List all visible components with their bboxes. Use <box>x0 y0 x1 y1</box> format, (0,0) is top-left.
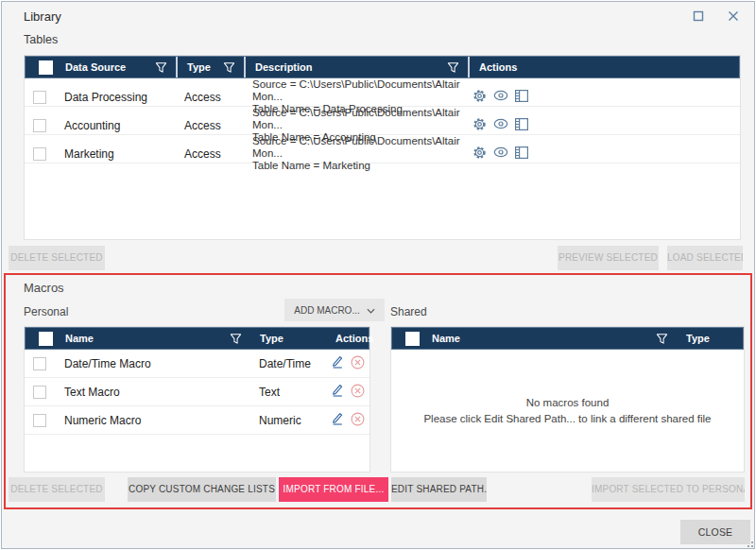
column-header-name: Name <box>422 328 677 349</box>
filter-icon[interactable] <box>155 61 167 74</box>
description-cell: Source = C:\Users\Public\Documents\Altai… <box>243 135 467 172</box>
gear-icon[interactable] <box>472 146 487 163</box>
select-all-tables-checkbox[interactable] <box>26 57 56 77</box>
chevron-down-icon <box>367 305 375 316</box>
tables-table: Data Source Type Description Actions <box>24 55 741 240</box>
library-dialog: Library Tables Data Source Type <box>1 1 755 549</box>
description-line-1: Source = C:\Users\Public\Documents\Altai… <box>252 107 467 131</box>
macro-row[interactable]: Date/Time Macro Date/Time <box>25 350 369 378</box>
description-line-1: Source = C:\Users\Public\Documents\Altai… <box>252 78 467 103</box>
delete-macro-icon[interactable] <box>351 412 365 429</box>
window-title: Library <box>24 9 61 24</box>
pencil-edit-icon[interactable] <box>331 355 344 371</box>
column-header-data-source: Data Source <box>56 57 176 77</box>
row-checkbox[interactable] <box>25 357 55 370</box>
row-actions <box>467 146 740 163</box>
macro-row[interactable]: Text Macro Text <box>25 378 369 406</box>
column-header-type: Type <box>250 328 326 349</box>
maximize-icon <box>693 9 704 26</box>
row-checkbox[interactable] <box>25 147 55 161</box>
row-checkbox[interactable] <box>25 386 55 399</box>
shared-empty-state: No macros found Please click Edit Shared… <box>391 350 744 472</box>
copy-custom-change-lists-button[interactable]: COPY CUSTOM CHANGE LISTS <box>128 477 276 502</box>
empty-state-line-1: No macros found <box>526 395 610 411</box>
import-selected-to-personal-button[interactable]: IMPORT SELECTED TO PERSONAL <box>592 477 745 502</box>
shared-table-header: Name Type <box>391 327 744 350</box>
close-button[interactable]: CLOSE <box>680 520 750 544</box>
macro-row[interactable]: Numeric Macro Numeric <box>25 406 369 435</box>
eye-icon[interactable] <box>493 118 508 132</box>
delete-selected-macros-button[interactable]: DELETE SELECTED <box>9 477 105 502</box>
load-table-icon[interactable] <box>515 90 528 105</box>
shared-macros-table: Name Type No macros found Please click E… <box>390 326 745 473</box>
column-header-description: Description <box>244 57 468 77</box>
close-icon <box>728 9 739 26</box>
row-actions <box>325 412 369 429</box>
maximize-button[interactable] <box>688 9 709 26</box>
gear-icon[interactable] <box>472 117 487 134</box>
macro-type-cell: Numeric <box>249 414 325 427</box>
data-source-cell: Marketing <box>55 147 175 161</box>
row-checkbox[interactable] <box>25 414 55 427</box>
table-row[interactable]: Accounting Access Source = C:\Users\Publ… <box>25 107 740 135</box>
eye-icon[interactable] <box>493 90 508 104</box>
row-checkbox[interactable] <box>25 91 55 104</box>
column-header-name: Name <box>56 328 250 349</box>
type-cell: Access <box>175 91 243 104</box>
row-checkbox[interactable] <box>25 119 55 132</box>
edit-shared-path-button[interactable]: EDIT SHARED PATH... <box>391 477 487 502</box>
filter-icon[interactable] <box>447 61 459 74</box>
load-table-icon[interactable] <box>515 118 528 133</box>
personal-table-header: Name Type Actions <box>25 327 369 350</box>
macros-section-label: Macros <box>24 281 64 295</box>
pencil-edit-icon[interactable] <box>331 384 344 400</box>
column-header-type: Type <box>677 328 743 349</box>
data-source-cell: Accounting <box>55 119 175 132</box>
row-actions <box>467 117 740 134</box>
close-window-button[interactable] <box>723 9 744 26</box>
empty-state-line-2: Please click Edit Shared Path... to link… <box>423 411 711 427</box>
type-cell: Access <box>175 147 243 161</box>
delete-macro-icon[interactable] <box>351 355 365 372</box>
tables-section-label: Tables <box>24 33 58 46</box>
data-source-cell: Data Processing <box>55 91 175 104</box>
macro-type-cell: Date/Time <box>249 357 325 370</box>
macro-name-cell: Date/Time Macro <box>55 357 249 370</box>
macro-name-cell: Text Macro <box>55 386 249 399</box>
filter-icon[interactable] <box>230 333 242 345</box>
shared-label: Shared <box>390 305 427 318</box>
macro-type-cell: Text <box>249 386 325 399</box>
delete-selected-tables-button[interactable]: DELETE SELECTED <box>9 246 105 270</box>
preview-selected-button[interactable]: PREVIEW SELECTED <box>558 246 659 270</box>
row-actions <box>467 89 740 106</box>
load-table-icon[interactable] <box>515 146 528 162</box>
tables-table-header: Data Source Type Description Actions <box>25 56 740 78</box>
personal-label: Personal <box>24 305 68 318</box>
table-row[interactable]: Data Processing Access Source = C:\Users… <box>25 78 740 107</box>
column-header-actions: Actions <box>326 328 373 349</box>
filter-icon[interactable] <box>223 61 235 74</box>
delete-macro-icon[interactable] <box>351 384 365 401</box>
filter-icon[interactable] <box>656 333 668 345</box>
description-line-1: Source = C:\Users\Public\Documents\Altai… <box>252 135 467 160</box>
eye-icon[interactable] <box>493 146 508 161</box>
import-from-file-button[interactable]: IMPORT FROM FILE... <box>279 477 388 502</box>
resize-grip-icon[interactable] <box>744 538 753 549</box>
macro-name-cell: Numeric Macro <box>55 414 249 427</box>
pencil-edit-icon[interactable] <box>331 412 344 428</box>
gear-icon[interactable] <box>472 89 487 106</box>
select-all-shared-checkbox[interactable] <box>392 328 422 349</box>
personal-macros-table: Name Type Actions Date/Time Macro Date/T… <box>24 326 370 473</box>
row-actions <box>325 384 369 401</box>
load-selected-button[interactable]: LOAD SELECTED <box>667 246 743 270</box>
select-all-personal-checkbox[interactable] <box>26 328 56 349</box>
add-macro-button[interactable]: ADD MACRO... <box>284 299 385 321</box>
column-header-type: Type <box>176 57 244 77</box>
column-header-actions: Actions <box>468 57 739 77</box>
table-row[interactable]: Marketing Access Source = C:\Users\Publi… <box>25 135 740 163</box>
description-line-2: Table Name = Marketing <box>252 160 467 172</box>
row-actions <box>325 355 369 372</box>
type-cell: Access <box>175 119 243 132</box>
